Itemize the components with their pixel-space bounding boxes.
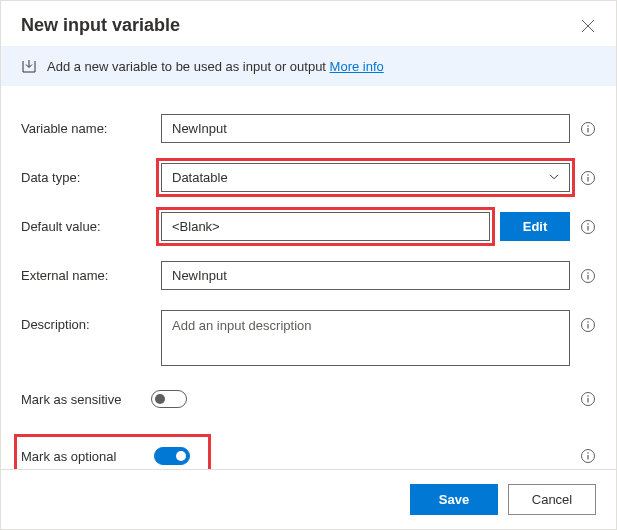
row-external-name: External name: xyxy=(21,261,596,290)
svg-point-10 xyxy=(587,272,589,274)
default-value-input[interactable] xyxy=(161,212,490,241)
svg-rect-2 xyxy=(587,128,588,133)
info-icon[interactable] xyxy=(580,121,596,137)
svg-rect-11 xyxy=(587,275,588,280)
info-icon[interactable] xyxy=(580,317,596,333)
mark-sensitive-toggle[interactable] xyxy=(151,390,187,408)
save-button[interactable]: Save xyxy=(410,484,498,515)
variable-name-input[interactable] xyxy=(161,114,570,143)
cancel-button[interactable]: Cancel xyxy=(508,484,596,515)
row-description: Description: xyxy=(21,310,596,366)
svg-rect-14 xyxy=(587,324,588,329)
close-icon xyxy=(581,19,595,33)
data-type-value[interactable] xyxy=(161,163,570,192)
info-icon[interactable] xyxy=(580,170,596,186)
info-icon[interactable] xyxy=(580,268,596,284)
download-icon xyxy=(21,58,37,74)
toggle-knob xyxy=(155,394,165,404)
row-default-value: Default value: Edit xyxy=(21,212,596,241)
banner-text: Add a new variable to be used as input o… xyxy=(47,59,384,74)
dialog-title: New input variable xyxy=(21,15,180,36)
svg-rect-5 xyxy=(587,177,588,182)
svg-rect-17 xyxy=(587,398,588,403)
row-variable-name: Variable name: xyxy=(21,114,596,143)
description-input[interactable] xyxy=(161,310,570,366)
data-type-select[interactable] xyxy=(161,163,570,192)
mark-optional-toggle[interactable] xyxy=(154,447,190,465)
label-description: Description: xyxy=(21,310,151,332)
external-name-input[interactable] xyxy=(161,261,570,290)
svg-point-1 xyxy=(587,125,589,127)
form-area: Variable name: Data type: Default value:… xyxy=(1,86,616,482)
toggle-knob xyxy=(176,451,186,461)
info-icon[interactable] xyxy=(580,448,596,464)
svg-rect-8 xyxy=(587,226,588,231)
more-info-link[interactable]: More info xyxy=(330,59,384,74)
label-mark-optional: Mark as optional xyxy=(21,449,154,464)
label-external-name: External name: xyxy=(21,261,151,283)
close-button[interactable] xyxy=(580,18,596,34)
label-default-value: Default value: xyxy=(21,212,151,234)
svg-point-13 xyxy=(587,321,589,323)
svg-point-16 xyxy=(587,395,589,397)
label-mark-sensitive: Mark as sensitive xyxy=(21,392,151,407)
dialog-header: New input variable xyxy=(1,1,616,46)
svg-point-7 xyxy=(587,223,589,225)
info-icon[interactable] xyxy=(580,219,596,235)
row-data-type: Data type: xyxy=(21,163,596,192)
label-variable-name: Variable name: xyxy=(21,114,151,136)
dialog-footer: Save Cancel xyxy=(1,469,616,529)
row-mark-sensitive: Mark as sensitive xyxy=(21,386,596,412)
svg-point-4 xyxy=(587,174,589,176)
info-icon[interactable] xyxy=(580,391,596,407)
label-data-type: Data type: xyxy=(21,163,151,185)
info-banner: Add a new variable to be used as input o… xyxy=(1,46,616,86)
edit-button[interactable]: Edit xyxy=(500,212,570,241)
svg-point-19 xyxy=(587,452,589,454)
svg-rect-20 xyxy=(587,455,588,460)
